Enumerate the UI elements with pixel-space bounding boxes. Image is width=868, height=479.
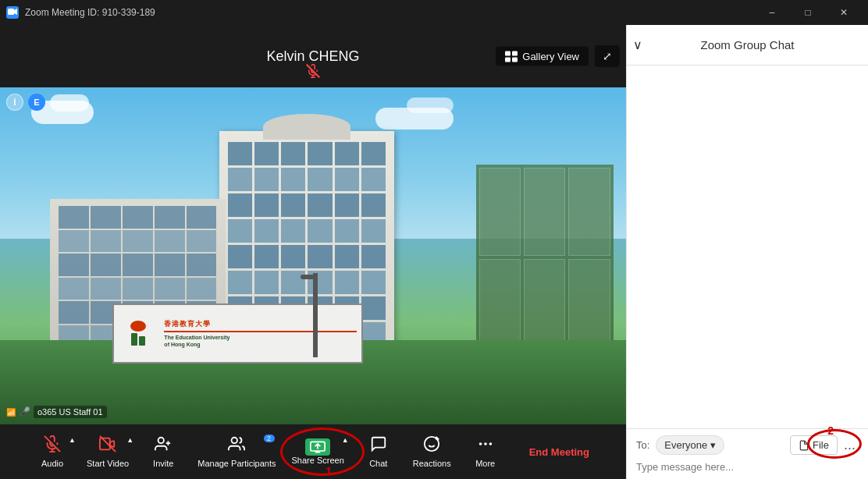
video-chevron: ▲: [126, 436, 133, 444]
lamp-post: [313, 273, 318, 357]
video-icon: [99, 435, 116, 457]
end-meeting-button[interactable]: End Meeting: [520, 440, 599, 464]
sign-logo-circle: [130, 321, 146, 332]
chat-button[interactable]: Chat: [354, 428, 404, 475]
audio-chevron: ▲: [69, 436, 76, 444]
svg-point-15: [484, 442, 487, 445]
video-background: 香港教育大學 The Education Universityof Hong K…: [0, 87, 626, 424]
close-button[interactable]: ✕: [826, 0, 862, 25]
university-sign: 香港教育大學 The Education Universityof Hong K…: [112, 303, 363, 364]
chat-icon: [370, 435, 387, 457]
more-label: More: [475, 459, 495, 468]
start-video-button[interactable]: Start Video ▲: [80, 428, 135, 475]
chat-to-value: Everyone: [664, 439, 707, 451]
signal-icon: 📶: [6, 408, 16, 417]
main-content: Kelvin CHENG Gallery View ⤢: [0, 25, 868, 479]
invite-label: Invite: [153, 459, 173, 468]
svg-point-16: [489, 442, 492, 445]
chat-input[interactable]: [636, 461, 859, 473]
svg-point-9: [232, 438, 237, 443]
svg-point-6: [158, 438, 164, 443]
chat-more-button[interactable]: ...: [841, 435, 859, 455]
e-badge: E: [28, 94, 45, 111]
svg-rect-0: [8, 9, 14, 15]
chat-to-dropdown[interactable]: Everyone ▾: [656, 435, 724, 455]
reactions-label: Reactions: [413, 459, 451, 468]
video-label: Start Video: [87, 459, 129, 468]
audio-icon: [44, 435, 61, 457]
reactions-icon: [423, 435, 440, 457]
chat-label: Chat: [369, 459, 387, 468]
sign-logo-bars: [131, 333, 145, 346]
app-logo: [6, 6, 19, 19]
file-button[interactable]: File: [790, 435, 838, 455]
title-bar: Zoom Meeting ID: 910-339-189 – □ ✕: [0, 0, 868, 25]
reactions-button[interactable]: Reactions: [407, 428, 457, 475]
chat-messages: [627, 66, 868, 428]
cloud: [50, 94, 89, 112]
lamp-top: [301, 275, 315, 279]
chat-header: ∨ Zoom Group Chat: [627, 25, 868, 66]
dropdown-chevron: ▾: [710, 439, 716, 451]
participants-icon: [228, 435, 245, 457]
info-badge: i: [6, 94, 23, 111]
chat-footer: To: Everyone ▾ 2 File ...: [627, 428, 868, 479]
participants-label: Manage Participants: [197, 459, 276, 468]
more-button[interactable]: More: [461, 428, 510, 475]
fullscreen-button[interactable]: ⤢: [595, 45, 620, 67]
meeting-id: Zoom Meeting ID: 910-339-189: [25, 7, 754, 18]
more-icon: [477, 435, 494, 457]
chat-input-row: [636, 461, 859, 473]
svg-point-14: [478, 442, 482, 445]
building-arch: [263, 114, 350, 140]
chat-to-label: To:: [636, 439, 649, 451]
file-label: File: [813, 439, 829, 451]
video-info-overlay: i E: [6, 94, 45, 111]
gallery-view-button[interactable]: Gallery View: [496, 47, 589, 66]
share-screen-label: Share Screen: [292, 456, 344, 465]
chat-to-row: To: Everyone ▾ 2 File ...: [636, 435, 859, 455]
maximize-button[interactable]: □: [790, 0, 826, 25]
chat-collapse-button[interactable]: ∨: [633, 37, 642, 52]
svg-marker-1: [14, 9, 17, 15]
sign-logo: [119, 310, 158, 358]
invite-button[interactable]: Invite: [138, 428, 188, 475]
sign-chinese: 香港教育大學: [164, 319, 357, 332]
invite-icon: [155, 435, 172, 457]
mute-indicator: [306, 64, 320, 81]
trellis: [476, 165, 614, 350]
video-feed: 香港教育大學 The Education Universityof Hong K…: [0, 87, 626, 424]
chat-title: Zoom Group Chat: [636, 38, 859, 51]
manage-participants-button[interactable]: 2 Manage Participants: [191, 428, 282, 475]
participant-label: 📶 🎤 o365 US Staff 01: [6, 406, 107, 418]
share-screen-button[interactable]: Share Screen ▲: [286, 428, 350, 475]
toolbar: Audio ▲ Start Video ▲ Invite: [0, 424, 626, 479]
minimize-button[interactable]: –: [754, 0, 790, 25]
audio-button[interactable]: Audio ▲: [27, 428, 77, 475]
video-area: Kelvin CHENG Gallery View ⤢: [0, 25, 626, 479]
grid-icon: [505, 51, 518, 62]
sign-english: The Education Universityof Hong Kong: [164, 334, 357, 348]
share-screen-icon-bg: [305, 438, 330, 456]
mute-icon-small: 🎤: [19, 406, 30, 417]
share-chevron: ▲: [342, 436, 349, 444]
participant-label-text: o365 US Staff 01: [34, 406, 107, 418]
sign-text-area: 香港教育大學 The Education Universityof Hong K…: [164, 319, 357, 348]
cloud: [407, 98, 454, 113]
window-controls[interactable]: – □ ✕: [754, 0, 862, 25]
video-header: Kelvin CHENG Gallery View ⤢: [0, 25, 626, 87]
chat-panel: ∨ Zoom Group Chat To: Everyone ▾ 2 File: [626, 25, 868, 479]
audio-label: Audio: [41, 459, 63, 468]
participant-name: Kelvin CHENG: [266, 48, 359, 65]
building-right: [476, 165, 614, 350]
participants-badge: 2: [264, 435, 275, 442]
file-icon: [799, 440, 809, 451]
